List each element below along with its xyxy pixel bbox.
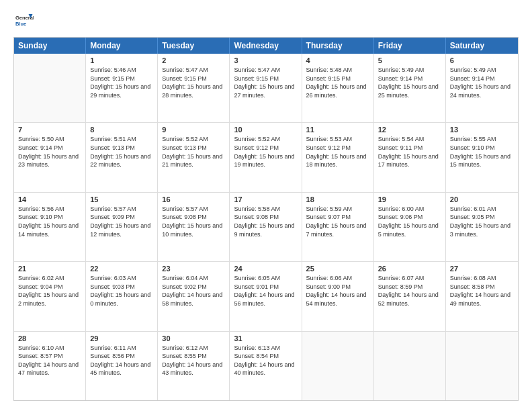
cell-info: Sunrise: 5:58 AMSunset: 9:08 PMDaylight:…: [234, 205, 297, 238]
day-number: 6: [450, 56, 514, 64]
cell-info: Sunrise: 5:57 AMSunset: 9:08 PMDaylight:…: [162, 205, 225, 238]
calendar-cell: 16Sunrise: 5:57 AMSunset: 9:08 PMDayligh…: [158, 193, 230, 261]
cell-info: Sunrise: 6:01 AMSunset: 9:05 PMDaylight:…: [450, 205, 514, 238]
weekday-header-wednesday: Wednesday: [230, 38, 302, 54]
calendar-cell: 7Sunrise: 5:50 AMSunset: 9:14 PMDaylight…: [14, 123, 86, 191]
calendar-cell: 14Sunrise: 5:56 AMSunset: 9:10 PMDayligh…: [14, 193, 86, 261]
cell-info: Sunrise: 5:52 AMSunset: 9:13 PMDaylight:…: [162, 135, 225, 169]
calendar-cell: 13Sunrise: 5:55 AMSunset: 9:10 PMDayligh…: [446, 123, 518, 191]
cell-info: Sunrise: 5:53 AMSunset: 9:12 PMDaylight:…: [306, 135, 369, 169]
cell-info: Sunrise: 5:46 AMSunset: 9:15 PMDaylight:…: [90, 66, 153, 99]
calendar-cell: 1Sunrise: 5:46 AMSunset: 9:15 PMDaylight…: [86, 54, 158, 122]
calendar-cell: 25Sunrise: 6:06 AMSunset: 9:00 PMDayligh…: [302, 262, 374, 330]
day-number: 9: [162, 126, 225, 134]
cell-info: Sunrise: 6:00 AMSunset: 9:06 PMDaylight:…: [378, 205, 441, 238]
cell-info: Sunrise: 5:49 AMSunset: 9:14 PMDaylight:…: [378, 66, 441, 99]
weekday-header-sunday: Sunday: [14, 38, 86, 54]
calendar-cell: 28Sunrise: 6:10 AMSunset: 8:57 PMDayligh…: [14, 332, 86, 400]
day-number: 23: [162, 265, 225, 273]
calendar-cell: [446, 332, 518, 400]
calendar-cell: 29Sunrise: 6:11 AMSunset: 8:56 PMDayligh…: [86, 332, 158, 400]
day-number: 30: [162, 334, 225, 342]
cell-info: Sunrise: 6:07 AMSunset: 8:59 PMDaylight:…: [378, 274, 441, 308]
calendar-cell: 4Sunrise: 5:48 AMSunset: 9:15 PMDaylight…: [302, 54, 374, 122]
calendar-cell: 18Sunrise: 5:59 AMSunset: 9:07 PMDayligh…: [302, 193, 374, 261]
cell-info: Sunrise: 6:13 AMSunset: 8:54 PMDaylight:…: [234, 344, 297, 377]
calendar-row-0: 1Sunrise: 5:46 AMSunset: 9:15 PMDaylight…: [14, 54, 518, 123]
calendar-row-3: 21Sunrise: 6:02 AMSunset: 9:04 PMDayligh…: [14, 262, 518, 331]
cell-info: Sunrise: 6:03 AMSunset: 9:03 PMDaylight:…: [90, 274, 153, 308]
day-number: 12: [378, 126, 441, 134]
weekday-header-tuesday: Tuesday: [158, 38, 230, 54]
cell-info: Sunrise: 6:02 AMSunset: 9:04 PMDaylight:…: [18, 274, 81, 308]
calendar-cell: 2Sunrise: 5:47 AMSunset: 9:15 PMDaylight…: [158, 54, 230, 122]
day-number: 27: [450, 265, 514, 273]
day-number: 29: [90, 334, 153, 342]
calendar-cell: 27Sunrise: 6:08 AMSunset: 8:58 PMDayligh…: [446, 262, 518, 330]
day-number: 1: [90, 56, 153, 64]
calendar-cell: 6Sunrise: 5:49 AMSunset: 9:14 PMDaylight…: [446, 54, 518, 122]
cell-info: Sunrise: 5:51 AMSunset: 9:13 PMDaylight:…: [90, 135, 153, 169]
calendar-row-2: 14Sunrise: 5:56 AMSunset: 9:10 PMDayligh…: [14, 193, 518, 262]
cell-info: Sunrise: 6:05 AMSunset: 9:01 PMDaylight:…: [234, 274, 297, 308]
day-number: 2: [162, 56, 225, 64]
day-number: 31: [234, 334, 297, 342]
cell-info: Sunrise: 6:04 AMSunset: 9:02 PMDaylight:…: [162, 274, 225, 308]
weekday-header-friday: Friday: [374, 38, 446, 54]
cell-info: Sunrise: 5:56 AMSunset: 9:10 PMDaylight:…: [18, 205, 81, 238]
day-number: 22: [90, 265, 153, 273]
day-number: 21: [18, 265, 81, 273]
day-number: 5: [378, 56, 441, 64]
calendar-cell: 20Sunrise: 6:01 AMSunset: 9:05 PMDayligh…: [446, 193, 518, 261]
calendar-row-1: 7Sunrise: 5:50 AMSunset: 9:14 PMDaylight…: [14, 123, 518, 192]
calendar-row-4: 28Sunrise: 6:10 AMSunset: 8:57 PMDayligh…: [14, 332, 518, 400]
day-number: 10: [234, 126, 297, 134]
cell-info: Sunrise: 5:52 AMSunset: 9:12 PMDaylight:…: [234, 135, 297, 169]
cell-info: Sunrise: 6:08 AMSunset: 8:58 PMDaylight:…: [450, 274, 514, 308]
cell-info: Sunrise: 5:59 AMSunset: 9:07 PMDaylight:…: [306, 205, 369, 238]
calendar-cell: 5Sunrise: 5:49 AMSunset: 9:14 PMDaylight…: [374, 54, 446, 122]
calendar-cell: 23Sunrise: 6:04 AMSunset: 9:02 PMDayligh…: [158, 262, 230, 330]
cell-info: Sunrise: 5:50 AMSunset: 9:14 PMDaylight:…: [18, 135, 81, 169]
calendar-cell: 22Sunrise: 6:03 AMSunset: 9:03 PMDayligh…: [86, 262, 158, 330]
day-number: 17: [234, 195, 297, 203]
day-number: 24: [234, 265, 297, 273]
calendar-header: SundayMondayTuesdayWednesdayThursdayFrid…: [14, 38, 518, 54]
weekday-header-monday: Monday: [86, 38, 158, 54]
cell-info: Sunrise: 5:49 AMSunset: 9:14 PMDaylight:…: [450, 66, 514, 99]
day-number: 11: [306, 126, 369, 134]
cell-info: Sunrise: 6:12 AMSunset: 8:55 PMDaylight:…: [162, 344, 225, 377]
day-number: 26: [378, 265, 441, 273]
calendar-cell: [302, 332, 374, 400]
day-number: 8: [90, 126, 153, 134]
day-number: 16: [162, 195, 225, 203]
calendar-cell: 11Sunrise: 5:53 AMSunset: 9:12 PMDayligh…: [302, 123, 374, 191]
calendar-cell: 21Sunrise: 6:02 AMSunset: 9:04 PMDayligh…: [14, 262, 86, 330]
day-number: 19: [378, 195, 441, 203]
logo: General Blue: [13, 10, 36, 30]
calendar: SundayMondayTuesdayWednesdayThursdayFrid…: [13, 37, 519, 401]
calendar-cell: 30Sunrise: 6:12 AMSunset: 8:55 PMDayligh…: [158, 332, 230, 400]
day-number: 25: [306, 265, 369, 273]
day-number: 13: [450, 126, 514, 134]
svg-text:Blue: Blue: [15, 21, 26, 27]
calendar-cell: 15Sunrise: 5:57 AMSunset: 9:09 PMDayligh…: [86, 193, 158, 261]
day-number: 20: [450, 195, 514, 203]
day-number: 3: [234, 56, 297, 64]
cell-info: Sunrise: 5:54 AMSunset: 9:11 PMDaylight:…: [378, 135, 441, 169]
cell-info: Sunrise: 5:47 AMSunset: 9:15 PMDaylight:…: [234, 66, 297, 99]
day-number: 28: [18, 334, 81, 342]
calendar-cell: 19Sunrise: 6:00 AMSunset: 9:06 PMDayligh…: [374, 193, 446, 261]
weekday-header-thursday: Thursday: [302, 38, 374, 54]
calendar-cell: 9Sunrise: 5:52 AMSunset: 9:13 PMDaylight…: [158, 123, 230, 191]
calendar-cell: 8Sunrise: 5:51 AMSunset: 9:13 PMDaylight…: [86, 123, 158, 191]
day-number: 15: [90, 195, 153, 203]
calendar-body: 1Sunrise: 5:46 AMSunset: 9:15 PMDaylight…: [14, 54, 518, 400]
calendar-cell: 17Sunrise: 5:58 AMSunset: 9:08 PMDayligh…: [230, 193, 302, 261]
calendar-cell: 3Sunrise: 5:47 AMSunset: 9:15 PMDaylight…: [230, 54, 302, 122]
day-number: 7: [18, 126, 81, 134]
cell-info: Sunrise: 5:55 AMSunset: 9:10 PMDaylight:…: [450, 135, 514, 169]
day-number: 14: [18, 195, 81, 203]
day-number: 4: [306, 56, 369, 64]
calendar-cell: 12Sunrise: 5:54 AMSunset: 9:11 PMDayligh…: [374, 123, 446, 191]
